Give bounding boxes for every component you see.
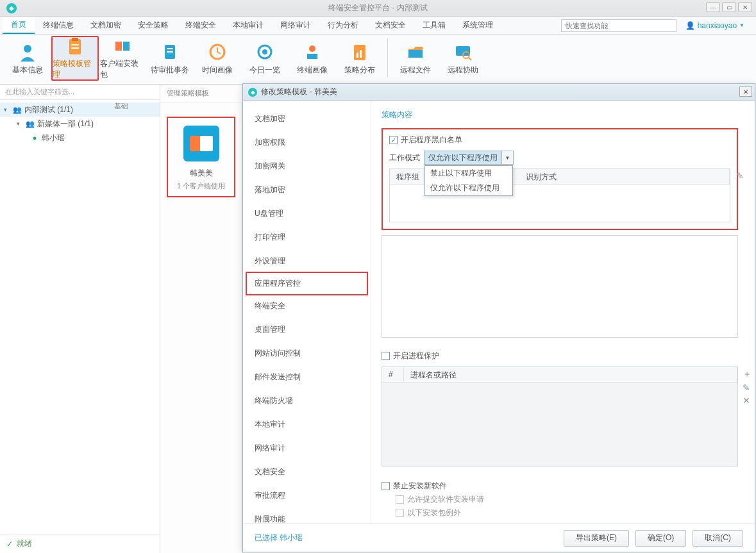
delete-row-icon[interactable]: ✕ [743,395,752,406]
nav-peripheral-manage[interactable]: 外设管理 [243,249,371,273]
nav-local-audit[interactable]: 本地审计 [243,413,371,436]
user-name: hanxiaoyao [698,21,737,30]
chevron-down-icon: ▼ [739,22,744,28]
forbid-install-checkbox[interactable] [382,482,390,490]
cancel-button[interactable]: 取消(C) [693,530,743,547]
menu-tab-security-policy[interactable]: 安全策略 [130,17,177,34]
ribbon-basic-info[interactable]: 基本信息 [4,36,51,81]
expand-icon[interactable]: ▾ [17,120,23,127]
nav-firewall[interactable]: 终端防火墙 [243,389,371,413]
nav-web-access[interactable]: 网站访问控制 [243,342,371,365]
ribbon-terminal-profile[interactable]: 终端画像 [289,36,336,81]
profile-icon [302,42,323,62]
ribbon-remote-file[interactable]: 远程文件 [392,36,439,81]
export-policy-button[interactable]: 导出策略(E) [564,530,629,547]
svg-rect-8 [167,48,173,49]
nav-usb-manage[interactable]: U盘管理 [243,202,371,226]
blackwhite-list-panel: 开启程序黑白名单 工作模式 仅允许以下程序使用 ▼ 禁止以下程序使用 仅允许以下… [382,128,738,230]
ribbon-policy-distribution[interactable]: 策略分布 [336,36,383,81]
status-bar: ✓ 就绪 [0,534,160,553]
svg-point-13 [309,45,315,52]
allow-request-checkbox[interactable] [396,495,404,504]
app-logo-icon: ◆ [6,3,17,13]
nav-mail-control[interactable]: 邮件发送控制 [243,365,371,389]
menu-tab-toolbox[interactable]: 工具箱 [414,17,454,34]
edit-row-icon[interactable]: ✎ [736,170,744,181]
svg-rect-1 [69,39,81,54]
extra-text-area[interactable] [382,235,738,338]
menu-tab-system[interactable]: 系统管理 [454,17,501,34]
enable-bw-checkbox[interactable] [389,136,398,144]
work-mode-value: 仅允许以下程序使用 [424,151,501,164]
mode-option-allow[interactable]: 仅允许以下程序使用 [425,181,512,195]
nav-app-control[interactable]: 应用程序管控 [246,272,368,295]
process-table: # 进程名或路径 ＋ ✎ ✕ [382,367,738,466]
menu-tab-doc-security[interactable]: 文档安全 [367,17,414,34]
quick-search-input[interactable] [561,19,676,32]
svg-rect-6 [123,42,130,51]
col-program-group: 程序组 [390,169,430,184]
menu-tab-behavior[interactable]: 行为分析 [319,17,367,34]
nav-print-manage[interactable]: 打印管理 [243,226,371,249]
nav-accessory[interactable]: 附属功能 [243,508,371,524]
menu-tab-terminal-security[interactable]: 终端安全 [177,17,224,34]
menu-tab-doc-encrypt[interactable]: 文档加密 [82,17,130,34]
edit-row-icon[interactable]: ✎ [743,383,752,393]
work-mode-select[interactable]: 仅允许以下程序使用 ▼ 禁止以下程序使用 仅允许以下程序使用 [424,151,514,165]
nav-encrypt-perm[interactable]: 加密权限 [243,131,371,154]
mode-option-forbid[interactable]: 禁止以下程序使用 [425,166,512,181]
document-icon [160,42,180,62]
svg-point-0 [24,45,31,53]
tree-node-user[interactable]: ● 韩小瑶 [0,131,160,145]
org-tree: ▾ 👥 内部测试 (1/1) ▾ 👥 新媒体一部 (1/1) ● 韩小瑶 [0,100,160,534]
menu-tab-home[interactable]: 首页 [3,17,35,34]
except-below-checkbox[interactable] [396,509,404,517]
nav-doc-encrypt[interactable]: 文档加密 [243,107,371,131]
work-mode-label: 工作模式 [389,153,420,163]
add-row-icon[interactable]: ＋ [743,368,752,380]
maximize-button[interactable]: ▭ [722,2,736,12]
template-sub: 1 个客户端使用 [172,181,230,191]
svg-rect-14 [307,54,317,59]
template-card[interactable]: 韩美美 1 个客户端使用 [167,117,235,197]
policy-category-nav: 文档加密 加密权限 加密网关 落地加密 U盘管理 打印管理 外设管理 应用程序管… [243,101,371,524]
minimize-button[interactable]: — [706,2,720,12]
forbid-install-label: 禁止安装新软件 [393,481,447,491]
dialog-close-button[interactable]: ✕ [739,87,752,97]
nav-network-audit[interactable]: 网络审计 [243,436,371,460]
ribbon-client-package[interactable]: 客户端安装包 [99,36,146,81]
chevron-down-icon[interactable]: ▼ [501,151,513,164]
nav-approval-flow[interactable]: 审批流程 [243,484,371,508]
ribbon-pending-approval[interactable]: 待审批事务 [146,36,194,81]
ribbon-today-overview[interactable]: 今日一览 [241,36,289,81]
nav-terminal-security[interactable]: 终端安全 [243,294,371,318]
allow-request-label: 允许提交软件安装申请 [407,494,484,505]
menu-tab-local-audit[interactable]: 本地审计 [224,17,272,34]
section-title: 策略内容 [382,110,738,120]
close-button[interactable]: ✕ [738,2,752,12]
nav-desktop-manage[interactable]: 桌面管理 [243,318,371,342]
menu-tab-terminal-info[interactable]: 终端信息 [35,17,82,34]
clipboard-icon [65,37,85,56]
nav-landing-encrypt[interactable]: 落地加密 [243,178,371,202]
check-icon: ✓ [6,540,13,549]
tree-node-dept[interactable]: ▾ 👥 新媒体一部 (1/1) [0,117,160,131]
process-protect-checkbox[interactable] [382,352,390,360]
svg-point-12 [262,49,267,54]
nav-encrypt-gateway[interactable]: 加密网关 [243,154,371,178]
tree-node-label: 韩小瑶 [42,133,65,144]
template-name: 韩美美 [172,168,230,179]
clipboard-chart-icon [349,42,370,62]
nav-doc-security[interactable]: 文档安全 [243,460,371,484]
menu-tab-network-audit[interactable]: 网络审计 [272,17,319,34]
svg-line-21 [469,58,471,60]
ok-button[interactable]: 确定(O) [635,530,686,547]
user-avatar-icon: 👤 [685,21,695,30]
ribbon-policy-template-manage[interactable]: 策略模板管理 [51,36,99,81]
user-menu[interactable]: 👤 hanxiaoyao ▼ [685,21,744,30]
ribbon-time-profile[interactable]: 时间画像 [194,36,241,81]
svg-rect-16 [357,53,358,58]
person-icon [17,42,38,62]
work-mode-dropdown: 禁止以下程序使用 仅允许以下程序使用 [424,165,513,196]
ribbon-remote-assist[interactable]: 远程协助 [439,36,487,81]
